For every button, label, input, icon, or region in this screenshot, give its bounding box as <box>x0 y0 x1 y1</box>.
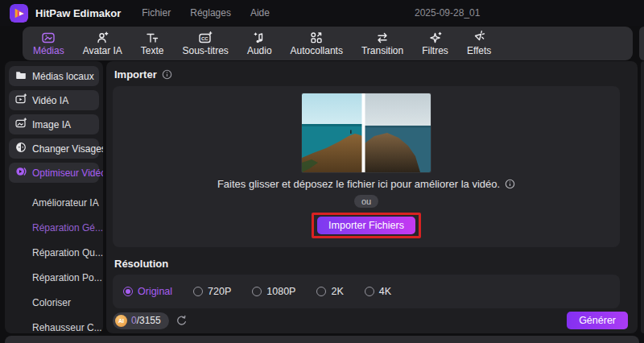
menu-fichier[interactable]: Fichier <box>142 7 171 19</box>
image-ai-icon <box>15 118 27 131</box>
import-section-title: Importer <box>114 68 638 81</box>
sidebar-subitem-rehausseur[interactable]: Rehausseur C... <box>9 315 99 333</box>
avatar-icon <box>95 31 109 45</box>
main-toolbar: Médias Avatar IA Texte <box>23 27 633 60</box>
sidebar-item-changer-visages[interactable]: Changer Visages <box>9 138 99 159</box>
before-after-preview-image <box>302 93 431 172</box>
menu-bar: Fichier Réglages Aide <box>142 7 270 19</box>
app-logo-icon <box>10 4 28 23</box>
tab-label: Transition <box>361 46 403 56</box>
resolution-option-2k[interactable]: 2K <box>316 286 343 297</box>
svg-text:CC: CC <box>201 36 208 41</box>
sidebar-subitem-reparation-generale[interactable]: Réparation Gé... <box>9 215 99 240</box>
tab-medias[interactable]: Médias <box>33 31 64 56</box>
text-icon <box>145 31 159 45</box>
sidebar-item-optimiseur-video[interactable]: Optimiseur Vidéo <box>9 163 99 183</box>
app-window: HitPaw Edimakor Fichier Réglages Aide 20… <box>0 0 644 343</box>
sidebar-item-label: Vidéo IA <box>32 95 68 106</box>
sidebar-item-label: Changer Visages <box>32 143 103 155</box>
sidebar-subitem-coloriser[interactable]: Coloriser <box>9 290 99 315</box>
sidebar-subitem-reparation-qu[interactable]: Réparation Qu... <box>9 240 99 265</box>
audio-icon <box>252 31 266 45</box>
resolution-option-original[interactable]: Original <box>123 286 172 297</box>
annotation-highlight: Importer Fichiers <box>312 213 421 238</box>
main-panel: Importer <box>106 61 638 333</box>
app-name: HitPaw Edimakor <box>35 7 121 19</box>
radio-icon <box>123 287 133 296</box>
tab-effets[interactable]: Effets <box>467 31 491 56</box>
stickers-icon <box>309 31 324 45</box>
radio-icon <box>252 287 262 296</box>
sidebar-item-label: Médias locaux <box>32 71 94 82</box>
tab-label: Effets <box>467 46 491 56</box>
ai-coin-icon: AI <box>115 315 127 327</box>
resolution-option-720p[interactable]: 720P <box>193 286 231 297</box>
info-icon[interactable] <box>162 69 172 80</box>
video-ai-icon <box>15 93 27 107</box>
sidebar-subitem-ameliorateur-ia[interactable]: Améliorateur IA <box>9 190 99 215</box>
tab-label: Texte <box>141 46 164 56</box>
document-title: 2025-09-28_01 <box>415 0 480 26</box>
menu-aide[interactable]: Aide <box>250 7 270 19</box>
tab-label: Filtres <box>422 46 448 56</box>
sidebar-item-image-ia[interactable]: Image IA <box>9 114 99 134</box>
resolution-option-4k[interactable]: 4K <box>365 286 391 297</box>
resolution-panel: Original 720P 1080P 2K 4K <box>113 275 620 308</box>
or-separator: ou <box>354 195 378 208</box>
tab-label: Médias <box>33 46 64 56</box>
resolution-option-1080p[interactable]: 1080P <box>252 286 295 297</box>
filters-icon <box>428 31 443 45</box>
tab-avatar-ia[interactable]: Avatar IA <box>83 31 122 56</box>
transition-icon <box>375 31 390 45</box>
generate-button[interactable]: Générer <box>567 312 628 329</box>
tab-texte[interactable]: Texte <box>141 31 164 56</box>
radio-icon <box>193 287 203 296</box>
radio-icon <box>365 287 374 296</box>
import-files-button[interactable]: Importer Fichiers <box>317 217 415 234</box>
tab-label: Avatar IA <box>83 46 122 56</box>
sidebar-item-medias-locaux[interactable]: Médias locaux <box>9 66 99 86</box>
face-swap-icon <box>15 142 27 155</box>
tab-label: Audio <box>247 46 272 56</box>
tab-audio[interactable]: Audio <box>247 31 272 56</box>
sidebar-item-label: Image IA <box>32 119 71 130</box>
toolbar-panel-fragment <box>639 27 644 60</box>
tab-autocollants[interactable]: Autocollants <box>291 31 343 56</box>
credits-pill: AI 0 /3155 <box>113 312 169 329</box>
drop-hint: Faites glisser et déposez le fichier ici… <box>217 178 515 190</box>
main-footer: AI 0 /3155 Générer <box>113 312 628 329</box>
tab-label: Autocollants <box>291 46 343 56</box>
subtitles-icon: CC <box>198 31 213 45</box>
tab-transition[interactable]: Transition <box>361 31 403 56</box>
refresh-icon[interactable] <box>175 315 188 327</box>
video-optimizer-icon <box>15 166 27 180</box>
media-icon <box>41 31 56 45</box>
menu-reglages[interactable]: Réglages <box>190 7 231 19</box>
info-icon[interactable] <box>505 179 515 189</box>
sidebar-item-label: Optimiseur Vidéo <box>32 167 103 179</box>
title-bar: HitPaw Edimakor Fichier Réglages Aide 20… <box>0 0 644 26</box>
sidebar: Médias locaux Vidéo IA Image IA <box>5 61 103 333</box>
credits-used: 0 <box>131 315 137 326</box>
radio-icon <box>316 287 326 296</box>
main-panel-fragment <box>641 61 644 333</box>
timeline-panel-edge <box>5 336 639 343</box>
sidebar-subitem-reparation-po[interactable]: Réparation Po... <box>9 265 99 290</box>
tab-filtres[interactable]: Filtres <box>422 31 448 56</box>
credits-total: /3155 <box>137 315 161 326</box>
tab-sous-titres[interactable]: CC Sous-titres <box>183 31 229 56</box>
import-dropzone[interactable]: Faites glisser et déposez le fichier ici… <box>113 86 620 247</box>
folder-icon <box>15 69 27 83</box>
sidebar-item-video-ia[interactable]: Vidéo IA <box>9 90 99 110</box>
resolution-section-title: Résolution <box>114 258 638 270</box>
sidebar-sub-list: Améliorateur IA Réparation Gé... Réparat… <box>9 190 99 333</box>
effects-icon <box>472 31 486 45</box>
tab-label: Sous-titres <box>183 46 229 56</box>
